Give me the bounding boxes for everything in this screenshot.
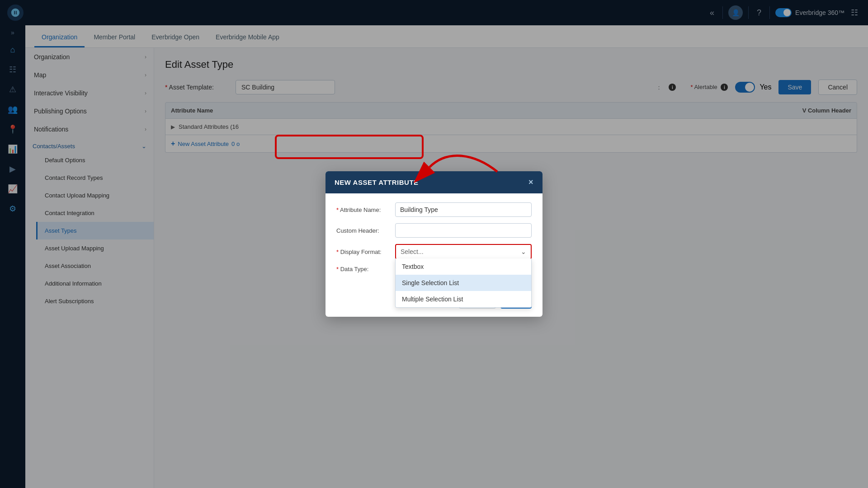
- req-star-2: *: [336, 249, 339, 255]
- custom-header-field: Custom Header:: [336, 223, 532, 238]
- custom-header-input[interactable]: [395, 223, 532, 238]
- dropdown-option-single-selection[interactable]: Single Selection List: [396, 275, 531, 291]
- display-format-dropdown-list: Textbox Single Selection List Multiple S…: [395, 258, 532, 308]
- modal-title: NEW ASSET ATTRIBUTE: [335, 178, 419, 186]
- modal-close-button[interactable]: ×: [528, 178, 533, 187]
- req-star: *: [336, 206, 339, 213]
- display-format-select-wrapper: Select... Textbox Single Selection List …: [395, 244, 532, 259]
- attribute-name-label: * Attribute Name:: [336, 206, 395, 213]
- svg-rect-1: [276, 136, 423, 158]
- attribute-name-input[interactable]: [395, 202, 532, 217]
- modal-overlay: NEW ASSET ATTRIBUTE × * Attribute Name: …: [0, 0, 868, 488]
- req-star-3: *: [336, 266, 339, 272]
- data-type-label: * Data Type:: [336, 266, 395, 272]
- display-format-field: * Display Format: Select... Textbox Sing…: [336, 244, 532, 259]
- display-format-select[interactable]: Select... Textbox Single Selection List …: [396, 245, 531, 258]
- modal-header: NEW ASSET ATTRIBUTE ×: [326, 171, 542, 193]
- modal-body: * Attribute Name: Custom Header: * Displ…: [326, 193, 542, 288]
- display-format-label: * Display Format:: [336, 249, 395, 255]
- dropdown-option-textbox[interactable]: Textbox: [396, 258, 531, 275]
- custom-header-label: Custom Header:: [336, 227, 395, 234]
- attribute-name-field: * Attribute Name:: [336, 202, 532, 217]
- new-asset-attribute-modal: NEW ASSET ATTRIBUTE × * Attribute Name: …: [326, 171, 542, 317]
- dropdown-option-multiple-selection[interactable]: Multiple Selection List: [396, 291, 531, 307]
